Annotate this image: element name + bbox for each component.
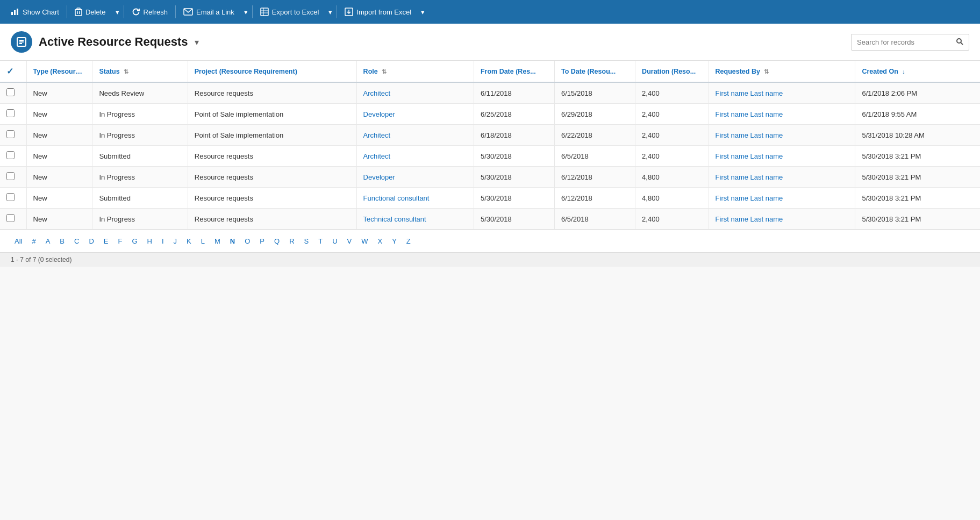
role-link[interactable]: Functional consultant xyxy=(363,194,430,202)
col-header-to[interactable]: To Date (Resou... xyxy=(555,61,635,82)
search-button[interactable] xyxy=(950,34,969,50)
page-letter-x[interactable]: X xyxy=(374,236,387,247)
import-excel-button[interactable]: Import from Excel xyxy=(338,0,418,24)
row-requested-by[interactable]: First name Last name xyxy=(709,104,855,125)
row-checkbox[interactable] xyxy=(6,109,15,117)
page-letter-d[interactable]: D xyxy=(85,236,97,247)
requested-by-link[interactable]: First name Last name xyxy=(716,152,783,160)
page-letter-w[interactable]: W xyxy=(357,236,371,247)
row-checkbox[interactable] xyxy=(6,151,15,159)
role-link[interactable]: Architect xyxy=(363,131,391,139)
requested-by-link[interactable]: First name Last name xyxy=(716,173,783,181)
col-header-project[interactable]: Project (Resource Requirement) xyxy=(188,61,356,82)
export-dropdown[interactable]: ▾ xyxy=(325,0,335,24)
row-checkbox[interactable] xyxy=(6,88,15,96)
delete-dropdown[interactable]: ▾ xyxy=(112,0,123,24)
page-letter-p[interactable]: P xyxy=(256,236,268,247)
row-requested-by[interactable]: First name Last name xyxy=(709,146,855,167)
import-dropdown[interactable]: ▾ xyxy=(418,0,428,24)
row-role[interactable]: Architect xyxy=(356,82,474,104)
row-requested-by[interactable]: First name Last name xyxy=(709,82,855,104)
row-requested-by[interactable]: First name Last name xyxy=(709,167,855,188)
role-link[interactable]: Architect xyxy=(363,89,391,97)
page-letter-k[interactable]: K xyxy=(183,236,195,247)
row-checkbox-cell[interactable] xyxy=(0,82,26,104)
page-letter-a[interactable]: A xyxy=(42,236,54,247)
requested-by-link[interactable]: First name Last name xyxy=(716,89,783,97)
page-letter-y[interactable]: Y xyxy=(388,236,400,247)
email-link-button[interactable]: Email a Link xyxy=(177,0,241,24)
row-requested-by[interactable]: First name Last name xyxy=(709,188,855,209)
show-chart-button[interactable]: Show Chart xyxy=(4,0,66,24)
page-letter-m[interactable]: M xyxy=(211,236,224,247)
row-checkbox-cell[interactable] xyxy=(0,167,26,188)
row-checkbox[interactable] xyxy=(6,193,15,201)
row-to-date: 6/5/2018 xyxy=(555,209,635,230)
page-letter-f[interactable]: F xyxy=(114,236,126,247)
page-letter-e[interactable]: E xyxy=(100,236,112,247)
col-header-requested[interactable]: Requested By ⇅ xyxy=(709,61,855,82)
email-dropdown[interactable]: ▾ xyxy=(241,0,251,24)
row-from-date: 5/30/2018 xyxy=(474,167,554,188)
row-duration: 2,400 xyxy=(635,82,709,104)
page-letter-j[interactable]: J xyxy=(170,236,181,247)
select-all-checkbox[interactable]: ✓ xyxy=(6,66,13,76)
col-header-duration[interactable]: Duration (Reso... xyxy=(635,61,709,82)
requested-by-link[interactable]: First name Last name xyxy=(716,215,783,223)
row-checkbox-cell[interactable] xyxy=(0,104,26,125)
row-requested-by[interactable]: First name Last name xyxy=(709,209,855,230)
row-checkbox-cell[interactable] xyxy=(0,209,26,230)
row-role[interactable]: Developer xyxy=(356,104,474,125)
row-role[interactable]: Developer xyxy=(356,167,474,188)
requested-by-link[interactable]: First name Last name xyxy=(716,131,783,139)
requested-by-link[interactable]: First name Last name xyxy=(716,194,783,202)
page-letter-z[interactable]: Z xyxy=(403,236,414,247)
page-letter-t[interactable]: T xyxy=(314,236,326,247)
requested-by-link[interactable]: First name Last name xyxy=(716,110,783,118)
page-letter-q[interactable]: Q xyxy=(270,236,283,247)
page-letter-u[interactable]: U xyxy=(328,236,341,247)
col-header-from[interactable]: From Date (Res... xyxy=(474,61,554,82)
search-input[interactable] xyxy=(852,35,950,49)
page-letter-#[interactable]: # xyxy=(28,236,39,247)
row-role[interactable]: Architect xyxy=(356,146,474,167)
page-letter-s[interactable]: S xyxy=(301,236,313,247)
page-letter-i[interactable]: I xyxy=(158,236,168,247)
delete-button[interactable]: Delete xyxy=(68,0,112,24)
page-letter-r[interactable]: R xyxy=(285,236,298,247)
title-chevron[interactable]: ▾ xyxy=(195,37,199,47)
row-role[interactable]: Technical consultant xyxy=(356,209,474,230)
col-header-role[interactable]: Role ⇅ xyxy=(356,61,474,82)
refresh-button[interactable]: Refresh xyxy=(125,0,175,24)
page-letter-n[interactable]: N xyxy=(226,236,239,247)
row-requested-by[interactable]: First name Last name xyxy=(709,125,855,146)
role-link[interactable]: Architect xyxy=(363,152,391,160)
email-icon xyxy=(183,8,193,16)
page-letter-c[interactable]: C xyxy=(70,236,83,247)
row-checkbox-cell[interactable] xyxy=(0,188,26,209)
role-link[interactable]: Developer xyxy=(363,110,395,118)
page-letter-o[interactable]: O xyxy=(241,236,254,247)
role-link[interactable]: Developer xyxy=(363,173,395,181)
page-letter-v[interactable]: V xyxy=(344,236,356,247)
row-checkbox[interactable] xyxy=(6,172,15,180)
row-checkbox-cell[interactable] xyxy=(0,146,26,167)
col-header-created[interactable]: Created On ↓ xyxy=(855,61,980,82)
row-created-on: 5/30/2018 3:21 PM xyxy=(855,167,980,188)
row-role[interactable]: Functional consultant xyxy=(356,188,474,209)
page-letter-g[interactable]: G xyxy=(128,236,141,247)
page-letter-b[interactable]: B xyxy=(56,236,68,247)
role-link[interactable]: Technical consultant xyxy=(363,215,426,223)
col-header-type[interactable]: Type (Resource... ⇅ xyxy=(26,61,92,82)
page-letter-l[interactable]: L xyxy=(197,236,209,247)
select-all-header[interactable]: ✓ xyxy=(0,61,26,82)
row-checkbox[interactable] xyxy=(6,130,15,138)
row-duration: 2,400 xyxy=(635,209,709,230)
row-role[interactable]: Architect xyxy=(356,125,474,146)
export-excel-button[interactable]: Export to Excel xyxy=(254,0,325,24)
row-checkbox[interactable] xyxy=(6,214,15,222)
page-letter-all[interactable]: All xyxy=(11,236,26,247)
col-header-status[interactable]: Status ⇅ xyxy=(92,61,188,82)
page-letter-h[interactable]: H xyxy=(144,236,156,247)
row-checkbox-cell[interactable] xyxy=(0,125,26,146)
